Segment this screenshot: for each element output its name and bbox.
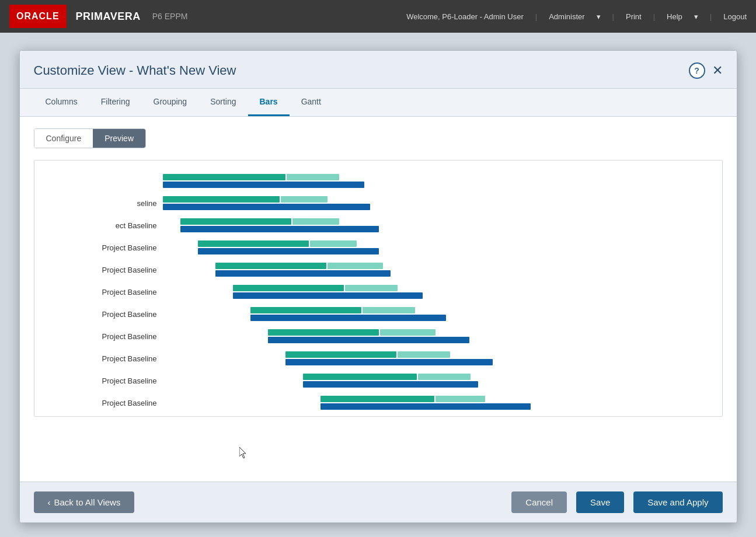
bar-light-teal bbox=[398, 351, 450, 358]
topbar-right: Welcome, P6-Loader - Admin User | Admini… bbox=[406, 12, 747, 21]
gantt-row-label: Project Baseline bbox=[34, 376, 163, 385]
save-button[interactable]: Save bbox=[576, 491, 624, 513]
tab-bars[interactable]: Bars bbox=[248, 89, 290, 116]
bar-blue bbox=[320, 403, 531, 410]
gantt-bar-container bbox=[163, 282, 722, 302]
bar-teal bbox=[268, 329, 379, 336]
modal-dialog: Customize View - What's New View ? ✕ Col… bbox=[19, 50, 737, 523]
gantt-row-label: Project Baseline bbox=[34, 243, 163, 252]
gantt-row: Project Baseline bbox=[34, 369, 722, 392]
preview-button[interactable]: Preview bbox=[93, 129, 145, 148]
gantt-row: seline bbox=[34, 192, 722, 214]
gantt-row: Project Baseline bbox=[34, 347, 722, 369]
modal-title: Customize View - What's New View bbox=[34, 63, 236, 78]
modal-header: Customize View - What's New View ? ✕ bbox=[20, 51, 737, 89]
bar-blue bbox=[163, 204, 370, 210]
gantt-row-label: Project Baseline bbox=[34, 266, 163, 274]
bar-row-bottom bbox=[163, 337, 722, 343]
tab-gantt[interactable]: Gantt bbox=[290, 89, 333, 116]
help-chevron: ▾ bbox=[694, 12, 698, 21]
modal-body: Configure Preview bbox=[20, 117, 737, 482]
bar-light-teal bbox=[380, 329, 436, 336]
bar-light-teal bbox=[363, 307, 415, 313]
bar-light-teal bbox=[310, 240, 357, 247]
bar-row-top bbox=[163, 374, 722, 380]
bar-row-top bbox=[163, 285, 722, 291]
bar-light-teal bbox=[328, 263, 383, 269]
bar-teal bbox=[215, 263, 326, 269]
tab-sorting[interactable]: Sorting bbox=[198, 89, 248, 116]
gantt-row bbox=[34, 170, 722, 192]
gantt-bar-container bbox=[163, 348, 722, 368]
bar-light-teal bbox=[418, 374, 471, 380]
bar-light-teal bbox=[287, 174, 339, 180]
bar-blue bbox=[180, 226, 379, 232]
modal-footer: ‹ Back to All Views Cancel Save Save and… bbox=[20, 482, 737, 522]
bar-light-teal bbox=[281, 196, 328, 203]
bar-light-teal bbox=[436, 396, 485, 402]
welcome-text: Welcome, P6-Loader - Admin User bbox=[406, 12, 524, 21]
help-button[interactable]: ? bbox=[689, 62, 705, 79]
bar-row-bottom bbox=[163, 248, 722, 254]
tab-grouping[interactable]: Grouping bbox=[142, 89, 199, 116]
bar-row-bottom bbox=[163, 226, 722, 232]
configure-button[interactable]: Configure bbox=[34, 129, 93, 148]
bar-teal bbox=[180, 218, 291, 225]
gantt-row: Project Baseline bbox=[34, 325, 722, 347]
gantt-row-label: Project Baseline bbox=[34, 399, 163, 407]
back-button[interactable]: ‹ Back to All Views bbox=[34, 491, 135, 513]
bar-row-bottom bbox=[163, 292, 722, 299]
gantt-bar-container bbox=[163, 238, 722, 257]
gantt-row-label: ect Baseline bbox=[34, 221, 163, 230]
bar-blue bbox=[268, 337, 469, 343]
modal-header-icons: ? ✕ bbox=[689, 62, 723, 79]
footer-right: Cancel Save Save and Apply bbox=[511, 491, 722, 513]
gantt-bar-container bbox=[163, 215, 722, 235]
bar-blue bbox=[215, 270, 391, 277]
bar-teal bbox=[285, 351, 396, 358]
gantt-bar-container bbox=[163, 371, 722, 390]
save-apply-button[interactable]: Save and Apply bbox=[633, 491, 722, 513]
gantt-row: Project Baseline bbox=[34, 259, 722, 281]
tabs-bar: Columns Filtering Grouping Sorting Bars … bbox=[20, 89, 737, 117]
bar-blue bbox=[163, 182, 364, 188]
logout-link[interactable]: Logout bbox=[723, 12, 747, 21]
bar-row-top bbox=[163, 351, 722, 358]
bar-row-bottom bbox=[163, 381, 722, 388]
gantt-row-label: seline bbox=[34, 199, 163, 208]
bar-row-bottom bbox=[163, 315, 722, 321]
bar-row-bottom bbox=[163, 182, 722, 188]
tab-filtering[interactable]: Filtering bbox=[89, 89, 142, 116]
administer-chevron: ▾ bbox=[597, 12, 601, 21]
bar-row-top bbox=[163, 307, 722, 313]
topbar: ORACLE PRIMAVERA P6 EPPM Welcome, P6-Loa… bbox=[0, 0, 756, 33]
close-button[interactable]: ✕ bbox=[712, 64, 723, 77]
bar-teal bbox=[303, 374, 417, 380]
gantt-bar-container bbox=[163, 304, 722, 324]
bar-row-top bbox=[163, 329, 722, 336]
cancel-button[interactable]: Cancel bbox=[511, 491, 567, 513]
gantt-row: Project Baseline bbox=[34, 281, 722, 303]
back-arrow-icon: ‹ bbox=[48, 497, 51, 507]
back-button-label: Back to All Views bbox=[54, 497, 121, 507]
bar-row-bottom bbox=[163, 359, 722, 365]
bar-blue bbox=[303, 381, 478, 388]
bar-teal bbox=[163, 196, 280, 203]
bar-teal bbox=[233, 285, 344, 291]
gantt-row: Project Baseline bbox=[34, 303, 722, 325]
gantt-preview: seline ect Baseline bbox=[34, 160, 723, 417]
gantt-bar-container bbox=[163, 171, 722, 191]
gantt-row: Project Baseline bbox=[34, 236, 722, 259]
help-link[interactable]: Help bbox=[667, 12, 682, 21]
administer-link[interactable]: Administer bbox=[549, 12, 584, 21]
oracle-logo: ORACLE bbox=[9, 5, 67, 28]
bar-row-top bbox=[163, 263, 722, 269]
tab-columns[interactable]: Columns bbox=[34, 89, 89, 116]
gantt-row-label: Project Baseline bbox=[34, 332, 163, 341]
bar-light-teal bbox=[292, 218, 339, 225]
bar-blue bbox=[233, 292, 423, 299]
gantt-row-label: Project Baseline bbox=[34, 354, 163, 363]
gantt-bar-container bbox=[163, 326, 722, 346]
print-link[interactable]: Print bbox=[626, 12, 642, 21]
bar-teal bbox=[320, 396, 434, 402]
